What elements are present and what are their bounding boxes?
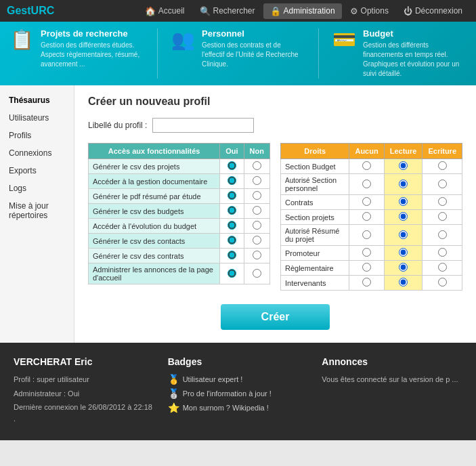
right-row-lecture	[384, 225, 423, 246]
left-row-label: Accéder à la gestion documentaire	[89, 174, 220, 189]
sidebar: Thésaurus Utilisateurs Profils Connexion…	[0, 85, 74, 343]
left-col-fonctionnalites: Accès aux fonctionnalités	[89, 144, 220, 159]
radio-ecriture-6[interactable]	[438, 263, 447, 272]
profil-form-row: Libellé du profil :	[88, 118, 462, 133]
radio-aucun-5[interactable]	[362, 248, 371, 257]
hero-divider-1	[157, 28, 158, 79]
radio-ecriture-0[interactable]	[438, 161, 447, 170]
radio-non-3[interactable]	[253, 206, 261, 215]
badge-icon: 🥇	[168, 374, 179, 385]
right-row-ecriture	[423, 174, 462, 195]
right-col-aucun: Aucun	[349, 144, 384, 159]
radio-non-7[interactable]	[253, 269, 261, 278]
right-row-ecriture	[423, 261, 462, 276]
hero-personnel-desc: Gestion des contrats et de l'effectif de…	[202, 41, 305, 69]
search-icon: 🔍	[200, 6, 211, 16]
radio-aucun-3[interactable]	[362, 212, 371, 221]
radio-oui-7[interactable]	[228, 269, 236, 278]
left-row-oui	[220, 174, 244, 189]
hero-budget-desc: Gestion des différents financements en t…	[363, 41, 466, 79]
sidebar-item-connexions[interactable]: Connexions	[3, 145, 70, 161]
sidebar-item-maj-repertoires[interactable]: Mise à jour répertoires	[3, 198, 70, 224]
right-row-lecture	[384, 195, 423, 210]
main-layout: Thésaurus Utilisateurs Profils Connexion…	[0, 85, 476, 343]
radio-lecture-2[interactable]	[399, 197, 408, 206]
right-row-aucun	[349, 210, 384, 225]
left-row-non	[244, 204, 269, 219]
right-row-aucun	[349, 276, 384, 291]
sidebar-item-logs[interactable]: Logs	[3, 180, 70, 196]
radio-non-4[interactable]	[253, 221, 261, 230]
nav-administration[interactable]: 🔒 Administration	[263, 3, 342, 19]
radio-oui-0[interactable]	[228, 161, 236, 170]
right-row-lecture	[384, 210, 423, 225]
radio-lecture-7[interactable]	[399, 278, 408, 287]
radio-lecture-1[interactable]	[399, 179, 408, 188]
radio-ecriture-2[interactable]	[438, 197, 447, 206]
left-table-row: Accéder à l'évolution du budget	[89, 219, 270, 234]
create-button[interactable]: Créer	[221, 304, 330, 330]
radio-oui-3[interactable]	[228, 206, 236, 215]
nav-deconnexion[interactable]: ⏻ Déconnexion	[397, 3, 469, 19]
left-row-label: Générer le csv des contrats	[89, 249, 220, 263]
hero-budget: 💳 Budget Gestion des différents financem…	[332, 28, 466, 79]
right-row-lecture	[384, 261, 423, 276]
radio-lecture-6[interactable]	[399, 263, 408, 272]
radio-lecture-5[interactable]	[399, 248, 408, 257]
profil-input[interactable]	[152, 118, 254, 133]
radio-non-0[interactable]	[253, 161, 261, 170]
sidebar-item-exports[interactable]: Exports	[3, 163, 70, 179]
right-row-ecriture	[423, 210, 462, 225]
radio-non-1[interactable]	[253, 176, 261, 185]
radio-oui-5[interactable]	[228, 236, 236, 245]
radio-oui-2[interactable]	[228, 191, 236, 200]
radio-aucun-1[interactable]	[362, 179, 371, 188]
sidebar-item-profils[interactable]: Profils	[3, 127, 70, 144]
radio-aucun-6[interactable]	[362, 263, 371, 272]
left-table-row: Générer le pdf résumé par étude	[89, 189, 270, 204]
radio-aucun-0[interactable]	[362, 161, 371, 170]
right-col-ecriture: Ecriture	[423, 144, 462, 159]
radio-non-5[interactable]	[253, 236, 261, 245]
radio-lecture-3[interactable]	[399, 212, 408, 221]
left-row-oui	[220, 263, 244, 284]
personnel-icon: 👥	[171, 28, 195, 51]
radio-oui-6[interactable]	[228, 251, 236, 259]
radio-non-2[interactable]	[253, 191, 261, 200]
right-row-ecriture	[423, 246, 462, 261]
radio-oui-4[interactable]	[228, 221, 236, 230]
right-row-lecture	[384, 174, 423, 195]
left-row-label: Administrer les annonces de la page d'ac…	[89, 263, 220, 284]
radio-ecriture-1[interactable]	[438, 179, 447, 188]
left-col-non: Non	[244, 144, 269, 159]
badge-text: Pro de l'information à jour !	[183, 389, 272, 398]
right-row-aucun	[349, 174, 384, 195]
sidebar-item-utilisateurs[interactable]: Utilisateurs	[3, 110, 70, 126]
badge-text: Mon surnom ? Wikipedia !	[183, 404, 269, 412]
left-table-row: Générer le csv des contacts	[89, 234, 270, 249]
radio-non-6[interactable]	[253, 251, 261, 259]
right-row-aucun	[349, 261, 384, 276]
nav-accueil[interactable]: 🏠 Accueil	[138, 3, 192, 19]
footer-annonces-text: Vous êtes connecté sur la version de p .…	[322, 374, 462, 385]
left-row-non	[244, 159, 269, 174]
nav-options[interactable]: ⚙ Options	[343, 3, 395, 19]
radio-aucun-4[interactable]	[362, 230, 371, 239]
radio-aucun-2[interactable]	[362, 197, 371, 206]
hero-projets: 📋 Projets de recherche Gestion des diffé…	[10, 28, 144, 79]
radio-lecture-0[interactable]	[399, 161, 408, 170]
radio-ecriture-4[interactable]	[438, 230, 447, 239]
radio-ecriture-3[interactable]	[438, 212, 447, 221]
nav-rechercher[interactable]: 🔍 Rechercher	[193, 3, 262, 19]
right-table-row: Intervenants	[281, 276, 462, 291]
radio-ecriture-7[interactable]	[438, 278, 447, 287]
radio-aucun-7[interactable]	[362, 278, 371, 287]
sidebar-item-thesaurus[interactable]: Thésaurus	[3, 92, 70, 108]
page-title: Créer un nouveau profil	[88, 96, 462, 108]
right-table-row: Section projets	[281, 210, 462, 225]
left-row-oui	[220, 249, 244, 263]
radio-lecture-4[interactable]	[399, 230, 408, 239]
left-row-non	[244, 219, 269, 234]
radio-oui-1[interactable]	[228, 176, 236, 185]
radio-ecriture-5[interactable]	[438, 248, 447, 257]
